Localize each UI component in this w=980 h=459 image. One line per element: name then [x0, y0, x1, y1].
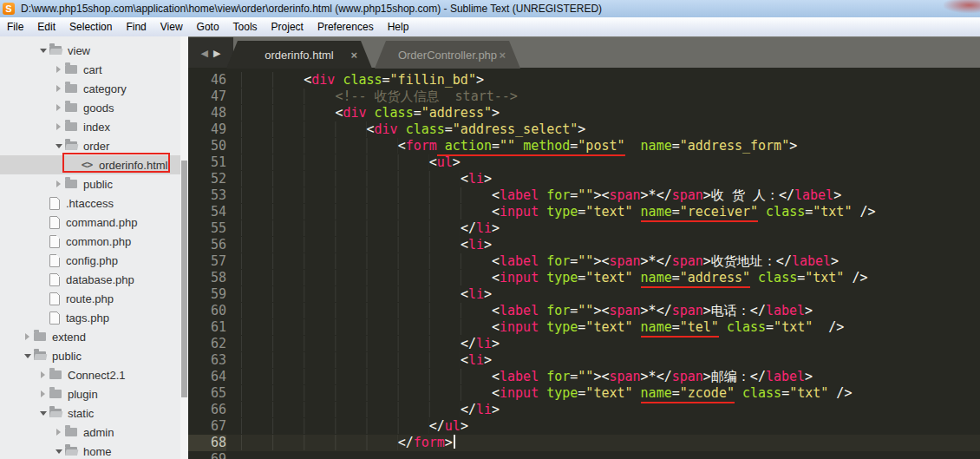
tab-close-icon[interactable]: × — [350, 49, 357, 62]
tab-close-icon[interactable]: × — [499, 49, 506, 62]
code-line[interactable]: 46 <div class="fillin_bd"> — [188, 72, 980, 89]
tab-scroll-arrows: ◀ ▶ — [188, 37, 233, 69]
chevron-down-icon[interactable] — [54, 449, 63, 454]
code-line[interactable]: 47 <!-- 收货人信息 start--> — [188, 89, 980, 105]
line-number: 47 — [188, 89, 226, 105]
tree-item-route.php[interactable]: route.php — [0, 289, 180, 308]
code-line[interactable]: 58 <input type="text" name="address" cla… — [188, 270, 980, 286]
tree-item-category[interactable]: category — [0, 79, 180, 98]
chevron-right-icon[interactable] — [54, 123, 63, 130]
menu-selection[interactable]: Selection — [62, 17, 119, 36]
tree-item-command.php[interactable]: command.php — [0, 213, 180, 232]
tree-item-label: order — [83, 140, 109, 153]
tree-item-static[interactable]: static — [0, 403, 180, 423]
code-line[interactable]: 54 <input type="text" name="receiver" cl… — [188, 204, 980, 220]
tab-scroll-right-icon[interactable]: ▶ — [213, 48, 220, 59]
tree-item-tags.php[interactable]: tags.php — [0, 308, 180, 327]
chevron-down-icon[interactable] — [38, 49, 48, 53]
menu-edit[interactable]: Edit — [30, 17, 62, 36]
chevron-right-icon[interactable] — [54, 104, 63, 111]
code-line[interactable]: 65 <input type="text" name="zcode" class… — [188, 385, 980, 402]
menu-project[interactable]: Project — [265, 17, 310, 36]
tree-item-public[interactable]: public — [0, 346, 180, 365]
code-text: </li> — [241, 220, 500, 237]
tree-item-goods[interactable]: goods — [0, 98, 180, 117]
chevron-down-icon[interactable] — [54, 144, 63, 148]
chevron-right-icon[interactable] — [54, 66, 63, 73]
code-line[interactable]: 55 </li> — [188, 220, 980, 237]
tree-item-order[interactable]: order — [0, 136, 180, 155]
menu-file[interactable]: File — [0, 17, 30, 36]
code-line[interactable]: 64 <label for=""><span>*</span>邮编：</labe… — [188, 369, 980, 385]
menu-find[interactable]: Find — [119, 17, 153, 36]
code-line[interactable]: 51 <ul> — [188, 154, 980, 171]
chevron-down-icon[interactable] — [23, 354, 32, 358]
chevron-right-icon[interactable] — [54, 180, 63, 187]
code-line[interactable]: 49 <div class="address_select"> — [188, 121, 980, 138]
tree-item-public[interactable]: public — [0, 174, 180, 193]
code-line[interactable]: 50 <form action="" method="post" name="a… — [188, 138, 980, 154]
code-text: <input type="text" name="tel" class="txt… — [241, 319, 844, 336]
code-line[interactable]: 63 <li> — [188, 352, 980, 369]
chevron-right-icon[interactable] — [38, 371, 48, 378]
code-line[interactable]: 48 <div class="address"> — [188, 105, 980, 121]
code-line[interactable]: 69 — [188, 451, 980, 459]
chevron-right-icon[interactable] — [54, 85, 63, 92]
tree-item-label: category — [83, 82, 127, 95]
tab-label: orderinfo.html — [265, 49, 333, 62]
code-text: </li> — [241, 336, 500, 352]
code-line[interactable]: 60 <label for=""><span>*</span>电话：</labe… — [188, 303, 980, 319]
chevron-right-icon[interactable] — [23, 333, 32, 340]
tree-item-cart[interactable]: cart — [0, 60, 180, 79]
code-line[interactable]: 66 </li> — [188, 402, 980, 418]
folder-icon — [65, 122, 77, 131]
close-button[interactable] — [944, 0, 980, 13]
tree-item-config.php[interactable]: config.php — [0, 251, 180, 270]
chevron-right-icon[interactable] — [54, 429, 63, 436]
code-line[interactable]: 61 <input type="text" name="tel" class="… — [188, 319, 980, 336]
tree-item-label: database.php — [66, 273, 134, 286]
code-line[interactable]: 52 <li> — [188, 171, 980, 187]
tree-item-common.php[interactable]: common.php — [0, 232, 180, 251]
code-line[interactable]: 56 <li> — [188, 237, 980, 253]
tree-item-admin[interactable]: admin — [0, 423, 180, 442]
tree-item-.htaccess[interactable]: .htaccess — [0, 193, 180, 213]
tree-item-label: orderinfo.html — [99, 159, 167, 172]
tab-scroll-left-icon[interactable]: ◀ — [201, 48, 208, 59]
tree-item-database.php[interactable]: database.php — [0, 270, 180, 289]
menu-view[interactable]: View — [154, 17, 190, 36]
code-line[interactable]: 62 </li> — [188, 336, 980, 352]
code-line[interactable]: 68 </form> — [188, 435, 980, 451]
code-line[interactable]: 57 <label for=""><span>*</span>收货地址：</la… — [188, 253, 980, 270]
chevron-right-icon[interactable] — [38, 390, 48, 397]
sidebar-scrollbar[interactable] — [180, 36, 188, 459]
tree-item-connect2.1[interactable]: Connect2.1 — [0, 365, 180, 384]
tree-item-home[interactable]: home — [0, 442, 180, 459]
tree-item-orderinfo.html[interactable]: <>orderinfo.html — [0, 155, 180, 174]
tab-ordercontroller.php[interactable]: OrderController.php× — [375, 41, 520, 69]
window-title: D:\www.php15shop.com\application\home\vi… — [21, 3, 602, 15]
code-line[interactable]: 67 </ul> — [188, 418, 980, 435]
folder-icon — [65, 84, 77, 93]
tree-item-index[interactable]: index — [0, 117, 180, 136]
tree-item-extend[interactable]: extend — [0, 327, 180, 346]
tree-item-view[interactable]: view — [0, 41, 180, 60]
tree-item-label: home — [83, 445, 112, 458]
menu-goto[interactable]: Goto — [190, 17, 226, 36]
line-number: 58 — [188, 270, 226, 286]
tree-item-label: common.php — [66, 235, 131, 248]
code-text: <li> — [241, 237, 492, 253]
menu-help[interactable]: Help — [381, 17, 416, 36]
menu-tools[interactable]: Tools — [226, 17, 265, 36]
file-icon — [49, 254, 60, 267]
code-editor[interactable]: 4546 <div class="fillin_bd">47 <!-- 收货人信… — [188, 68, 980, 459]
file-icon — [49, 292, 60, 305]
code-line[interactable]: 53 <label for=""><span>*</span>收 货 人：</l… — [188, 187, 980, 204]
code-line[interactable]: 59 <li> — [188, 286, 980, 303]
chevron-down-icon[interactable] — [38, 411, 48, 416]
sidebar-scrollbar-thumb[interactable] — [181, 161, 187, 397]
menu-preferences[interactable]: Preferences — [310, 17, 381, 36]
tree-item-label: goods — [83, 102, 114, 115]
tab-orderinfo.html[interactable]: orderinfo.html× — [226, 41, 372, 69]
tree-item-plugin[interactable]: plugin — [0, 384, 180, 403]
